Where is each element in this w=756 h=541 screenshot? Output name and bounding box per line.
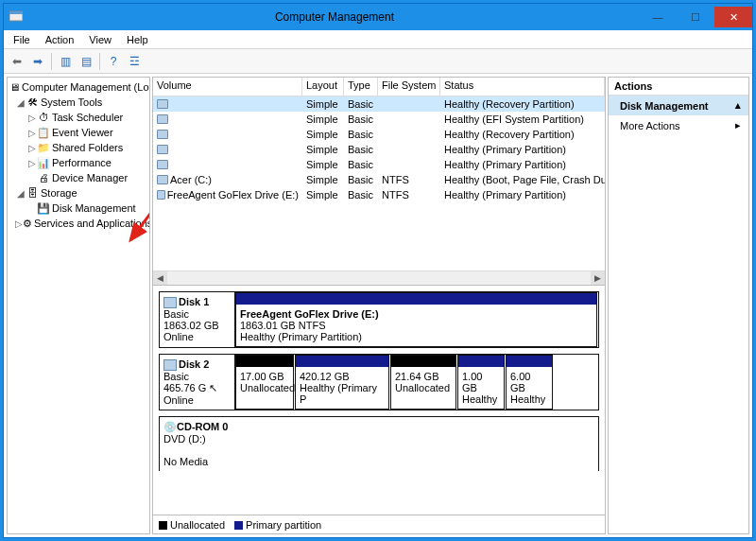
tree-event-viewer[interactable]: ▷📋Event Viewer (9, 125, 147, 140)
menu-file[interactable]: File (8, 33, 36, 46)
show-hide-tree-button[interactable]: ▥ (56, 52, 75, 71)
tree-task-scheduler[interactable]: ▷⏱Task Scheduler (9, 110, 147, 125)
expand-icon[interactable]: ▷ (26, 113, 37, 123)
scroll-left-icon[interactable]: ◀ (153, 271, 167, 286)
menu-help[interactable]: Help (121, 33, 154, 46)
services-icon: ⚙ (23, 217, 32, 230)
vol-fs: NTFS (378, 174, 440, 185)
menu-view[interactable]: View (83, 33, 117, 46)
expand-icon[interactable]: ▷ (26, 143, 37, 153)
tree-system-tools[interactable]: ◢🛠System Tools (9, 95, 147, 110)
disk2-partition-3[interactable]: 21.64 GBUnallocated (390, 355, 456, 410)
collapse-icon: ▴ (735, 99, 741, 112)
back-button[interactable]: ⬅ (8, 52, 26, 71)
expand-icon[interactable]: ▷ (26, 158, 37, 168)
forward-button[interactable]: ➡ (28, 52, 47, 71)
volume-row[interactable]: Acer (C:)SimpleBasicNTFSHealthy (Boot, P… (153, 172, 605, 187)
vol-type: Basic (344, 159, 378, 170)
disk2-state: Online (163, 394, 194, 406)
tree-device-manager[interactable]: 🖨Device Manager (9, 170, 147, 185)
tree-services-apps[interactable]: ▷⚙Services and Applications (9, 216, 147, 231)
vol-type: Basic (344, 144, 378, 155)
settings-button[interactable]: ☲ (125, 52, 144, 71)
partition-stripe (236, 356, 293, 367)
col-layout[interactable]: Layout (302, 78, 344, 96)
part-status: Healthy (510, 393, 548, 405)
expand-icon[interactable]: ▷ (26, 128, 37, 138)
disk-header-2[interactable]: Disk 2 Basic 465.76 G ↖ Online (160, 355, 235, 410)
collapse-icon[interactable]: ◢ (15, 188, 26, 199)
cdrom-icon: 💿 (163, 421, 177, 432)
close-button[interactable]: ✕ (714, 7, 752, 27)
volume-row[interactable]: SimpleBasicHealthy (Primary Partition) (153, 157, 605, 172)
volume-body[interactable]: SimpleBasicHealthy (Recovery Partition)S… (153, 96, 605, 270)
disk-row-2[interactable]: Disk 2 Basic 465.76 G ↖ Online 17.00 GBU… (159, 354, 599, 410)
disk1-partition-1[interactable]: FreeAgent GoFlex Drive (E:) 1863.01 GB N… (235, 292, 597, 347)
disk2-partition-5[interactable]: 6.00 GBHealthy (506, 355, 553, 410)
vol-status: Healthy (EFI System Partition) (440, 113, 605, 125)
body: 🖥Computer Management (Local ◢🛠System Too… (4, 74, 752, 537)
clock-icon: ⏱ (37, 111, 50, 124)
titlebar[interactable]: Computer Management — ☐ ✕ (4, 4, 752, 30)
window-title: Computer Management (30, 10, 639, 24)
tree-root[interactable]: 🖥Computer Management (Local (9, 79, 147, 95)
disk-header-cdrom[interactable]: 💿CD-ROM 0 DVD (D:) No Media (160, 417, 235, 471)
center-pane: Volume Layout Type File System Status Si… (152, 77, 606, 534)
disk2-partition-4[interactable]: 1.00 GBHealthy (457, 355, 505, 410)
volume-icon (157, 99, 168, 109)
collapse-icon[interactable]: ◢ (15, 97, 26, 108)
disk-icon (163, 297, 177, 308)
disk-map[interactable]: Disk 1 Basic 1863.02 GB Online FreeAgent… (153, 286, 605, 515)
perf-icon: 📊 (37, 156, 50, 169)
tree-disk-management[interactable]: 💾Disk Management (9, 201, 147, 216)
scroll-track[interactable] (167, 271, 591, 286)
separator (51, 53, 52, 70)
volume-row[interactable]: SimpleBasicHealthy (EFI System Partition… (153, 112, 605, 127)
disk2-partition-2[interactable]: 420.12 GBHealthy (Primary P (295, 355, 389, 410)
volume-list: Volume Layout Type File System Status Si… (153, 78, 605, 286)
disk-header-1[interactable]: Disk 1 Basic 1863.02 GB Online (160, 292, 235, 347)
vol-fs: NTFS (378, 189, 440, 201)
volume-row[interactable]: SimpleBasicHealthy (Primary Partition) (153, 142, 605, 157)
refresh-button[interactable]: ▤ (77, 52, 95, 71)
col-type[interactable]: Type (344, 78, 378, 96)
col-status[interactable]: Status (440, 78, 605, 96)
tree-shared-folders[interactable]: ▷📁Shared Folders (9, 140, 147, 155)
expand-icon[interactable]: ▷ (15, 218, 23, 229)
vol-type: Basic (344, 174, 378, 185)
volume-icon (157, 160, 168, 169)
volume-header-row: Volume Layout Type File System Status (153, 78, 605, 96)
col-volume[interactable]: Volume (153, 78, 302, 96)
minimize-button[interactable]: — (639, 7, 677, 27)
disk1-type: Basic (163, 308, 189, 320)
volume-icon (157, 130, 168, 139)
volume-row[interactable]: FreeAgent GoFlex Drive (E:)SimpleBasicNT… (153, 187, 605, 202)
partition-stripe (236, 293, 596, 305)
h-scrollbar[interactable]: ◀ ▶ (153, 270, 605, 285)
partition-stripe (507, 356, 552, 367)
menu-action[interactable]: Action (40, 33, 80, 46)
tree-performance[interactable]: ▷📊Performance (9, 155, 147, 170)
col-filesystem[interactable]: File System (378, 78, 440, 96)
tree-storage[interactable]: ◢🗄Storage (9, 185, 147, 201)
cdrom-name: CD-ROM 0 (177, 421, 228, 432)
legend: Unallocated Primary partition (153, 515, 605, 533)
volume-row[interactable]: SimpleBasicHealthy (Recovery Partition) (153, 127, 605, 142)
scroll-right-icon[interactable]: ▶ (591, 271, 605, 286)
volume-icon (157, 190, 165, 200)
vol-type: Basic (344, 189, 378, 201)
disk-row-1[interactable]: Disk 1 Basic 1863.02 GB Online FreeAgent… (159, 291, 599, 348)
actions-disk-management[interactable]: Disk Management▴ (609, 96, 748, 115)
volume-row[interactable]: SimpleBasicHealthy (Recovery Partition) (153, 96, 605, 112)
maximize-button[interactable]: ☐ (677, 7, 714, 27)
disk-icon (163, 359, 177, 371)
cdrom-media: No Media (163, 456, 208, 467)
help-button[interactable]: ? (104, 52, 123, 71)
vol-type: Basic (344, 129, 378, 140)
disk2-partition-1[interactable]: 17.00 GBUnallocated (235, 355, 294, 410)
disk-row-cdrom[interactable]: 💿CD-ROM 0 DVD (D:) No Media (159, 416, 599, 471)
legend-primary: Primary partition (246, 519, 321, 531)
part-size: 1863.01 GB NTFS (240, 320, 593, 331)
actions-more[interactable]: More Actions▸ (609, 115, 748, 135)
cursor-icon: ↖ (209, 382, 217, 393)
